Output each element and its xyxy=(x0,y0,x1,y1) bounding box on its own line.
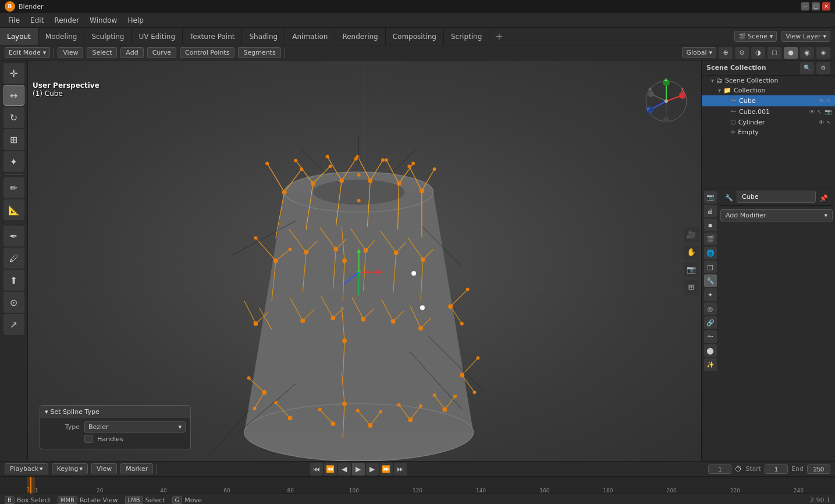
object-props-btn[interactable]: □ xyxy=(704,260,717,273)
output-props-btn[interactable]: 🖨 xyxy=(704,205,717,217)
tab-sculpting[interactable]: Sculpting xyxy=(84,28,132,45)
step-forward-btn[interactable]: ▶ xyxy=(366,463,379,476)
outliner-item-cylinder[interactable]: ▸ ⬡ Cylinder 👁 ↖ xyxy=(702,117,835,127)
current-frame-input[interactable] xyxy=(708,464,731,474)
minimize-button[interactable]: ─ xyxy=(801,2,809,10)
snap-btn[interactable]: ⊕ xyxy=(719,47,733,59)
particles-props-btn[interactable]: ✦ xyxy=(704,288,717,301)
play-btn[interactable]: ▶ xyxy=(352,463,365,476)
step-back-btn[interactable]: ◀ xyxy=(338,463,351,476)
physics-props-btn[interactable]: ◎ xyxy=(704,302,717,315)
jump-start-btn[interactable]: ⏮ xyxy=(310,463,323,476)
data-props-btn[interactable]: 〜 xyxy=(704,330,717,343)
grid-btn[interactable]: ⊞ xyxy=(684,280,699,295)
tab-layout[interactable]: Layout xyxy=(0,28,38,45)
measure-tool[interactable]: 📐 xyxy=(3,199,24,220)
close-button[interactable]: ✕ xyxy=(822,2,830,10)
draw-tool[interactable]: 🖊 xyxy=(3,248,24,269)
add-curve-tool[interactable]: ✒ xyxy=(3,226,24,246)
tab-scripting[interactable]: Scripting xyxy=(444,28,489,45)
viewport-shading-material[interactable]: ◉ xyxy=(800,47,814,59)
mode-dropdown[interactable]: Edit Mode ▾ xyxy=(5,47,50,58)
overlay-btn[interactable]: ◑ xyxy=(751,47,765,59)
constraints-props-btn[interactable]: 🔗 xyxy=(704,316,717,329)
handles-checkbox[interactable] xyxy=(84,435,93,443)
render-props-btn[interactable]: 📷 xyxy=(704,191,717,203)
transform-tool[interactable]: ✦ xyxy=(3,151,24,172)
maximize-button[interactable]: □ xyxy=(812,2,820,10)
menu-help[interactable]: Help xyxy=(123,15,148,26)
render-btn[interactable]: 📷 xyxy=(684,262,699,277)
annotate-tool[interactable]: ✏ xyxy=(3,177,24,198)
viewport-shading-solid[interactable]: ● xyxy=(784,47,798,59)
pin-icon[interactable]: 📌 xyxy=(819,194,828,202)
add-modifier-btn[interactable]: Add Modifier ▾ xyxy=(720,209,833,221)
select-menu-btn[interactable]: Select xyxy=(87,47,117,58)
shaderfx-props-btn[interactable]: ✨ xyxy=(704,358,717,371)
material-props-btn[interactable]: ⬤ xyxy=(704,344,717,357)
viewport-shading-rendered[interactable]: ◈ xyxy=(816,47,830,59)
camera-view-btn[interactable]: 🎥 xyxy=(684,227,699,242)
outliner-collection[interactable]: ▾ 📁 Collection xyxy=(702,85,835,95)
tab-modeling[interactable]: Modeling xyxy=(38,28,85,45)
jump-next-keyframe-btn[interactable]: ⏩ xyxy=(380,463,393,476)
outliner-item-cube[interactable]: ▸ 〜 Cube 👁 ↖ xyxy=(702,95,835,106)
add-menu-btn[interactable]: Add xyxy=(120,47,143,58)
outliner-item-cube001[interactable]: ▸ 〜 Cube.001 👁 ↖ 📷 xyxy=(702,106,835,117)
titlebar-controls[interactable]: ─ □ ✕ xyxy=(801,2,830,10)
tab-rendering[interactable]: Rendering xyxy=(335,28,385,45)
pointer-icon[interactable]: ↖ xyxy=(827,98,832,104)
tab-animation[interactable]: Animation xyxy=(285,28,335,45)
select-icon-2[interactable]: ↖ xyxy=(818,109,822,115)
curve-menu-btn[interactable]: Curve xyxy=(147,47,176,58)
playback-menu-btn[interactable]: Playback ▾ xyxy=(5,463,48,474)
marker-menu-btn[interactable]: Marker xyxy=(120,463,153,474)
eye-icon-2[interactable]: 👁 xyxy=(809,109,815,115)
eye-icon-3[interactable]: 👁 xyxy=(819,119,825,126)
segments-menu-btn[interactable]: Segments xyxy=(238,47,280,58)
transform-dropdown[interactable]: Global ▾ xyxy=(682,47,716,58)
object-name-field[interactable]: Cube xyxy=(737,191,816,203)
tilt-tool[interactable]: ↗ xyxy=(3,314,24,335)
outliner-filter-btn[interactable]: 🔍 xyxy=(800,62,814,74)
navigation-gizmo[interactable]: X -X Z Y xyxy=(643,78,690,124)
view-menu-btn[interactable]: View xyxy=(58,47,83,58)
pan-view-btn[interactable]: ✋ xyxy=(684,245,699,260)
tab-uv-editing[interactable]: UV Editing xyxy=(132,28,183,45)
move-tool[interactable]: ↔ xyxy=(3,85,24,106)
view-layer-props-btn[interactable]: ▪ xyxy=(704,219,717,231)
select-icon-3[interactable]: ↖ xyxy=(827,119,832,126)
tab-compositing[interactable]: Compositing xyxy=(386,28,444,45)
eye-icon[interactable]: 👁 xyxy=(819,98,825,104)
jump-prev-keyframe-btn[interactable]: ⏪ xyxy=(324,463,337,476)
world-props-btn[interactable]: 🌐 xyxy=(704,246,717,259)
modifier-props-btn[interactable]: 🔧 xyxy=(704,274,717,287)
scene-props-btn[interactable]: 🎬 xyxy=(704,233,717,245)
spline-type-dropdown[interactable]: Bezier ▾ xyxy=(84,421,186,432)
menu-edit[interactable]: Edit xyxy=(26,15,48,26)
outliner-item-empty[interactable]: ▸ ✛ Empty xyxy=(702,127,835,137)
menu-render[interactable]: Render xyxy=(49,15,84,26)
control-points-menu-btn[interactable]: Control Points xyxy=(180,47,234,58)
viewport-3d-area[interactable]: User Perspective (1) Cube X -X Z xyxy=(28,60,701,461)
end-frame-input[interactable] xyxy=(807,464,830,474)
outliner-scene-collection[interactable]: ▾ 🗂 Scene Collection xyxy=(702,76,835,85)
view-menu-btn-tl[interactable]: View xyxy=(91,463,117,474)
timeline-playhead[interactable] xyxy=(30,477,31,494)
menu-file[interactable]: File xyxy=(3,15,24,26)
scale-tool[interactable]: ⊞ xyxy=(3,129,24,150)
add-workspace-button[interactable]: + xyxy=(489,28,509,45)
jump-end-btn[interactable]: ⏭ xyxy=(394,463,407,476)
menu-window[interactable]: Window xyxy=(85,15,122,26)
render-icon-2[interactable]: 📷 xyxy=(825,109,832,115)
proportional-btn[interactable]: ⊙ xyxy=(735,47,749,59)
timeline-ruler[interactable]: 1 20 40 60 80 100 120 140 160 180 200 22… xyxy=(0,476,835,494)
keying-menu-btn[interactable]: Keying ▾ xyxy=(52,463,88,474)
extrude-tool[interactable]: ⬆ xyxy=(3,270,24,291)
tab-shading[interactable]: Shading xyxy=(242,28,285,45)
start-frame-input[interactable] xyxy=(765,464,788,474)
rotate-tool[interactable]: ↻ xyxy=(3,107,24,128)
scene-select[interactable]: 🎬 Scene ▾ xyxy=(734,31,777,42)
outliner-options-btn[interactable]: ⚙ xyxy=(816,62,830,74)
tab-texture-paint[interactable]: Texture Paint xyxy=(183,28,242,45)
